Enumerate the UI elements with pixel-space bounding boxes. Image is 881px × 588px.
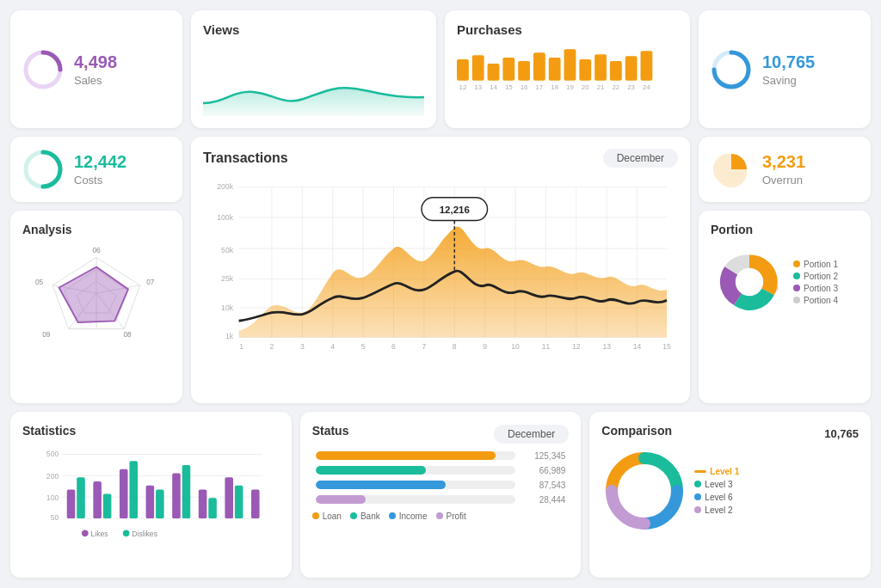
transactions-month[interactable]: December — [603, 149, 678, 168]
status-legend: Loan Bank Income Profit — [312, 511, 570, 521]
bar-track-2 — [316, 466, 516, 475]
income-dot — [389, 512, 396, 519]
purchases-title: Purchases — [457, 22, 678, 37]
profit-label: Profit — [447, 511, 466, 521]
comp-level2: Level 2 — [694, 505, 739, 515]
portion-2-dot — [793, 273, 800, 279]
statistics-chart: 500 200 100 50 — [22, 444, 280, 539]
svg-rect-9 — [579, 59, 591, 81]
loan-dot — [312, 512, 319, 519]
portion-3-label: Portion 3 — [804, 284, 838, 293]
level3-dot — [694, 481, 701, 487]
portion-3-dot — [793, 285, 800, 291]
svg-rect-7 — [549, 58, 561, 81]
svg-text:12: 12 — [572, 342, 581, 351]
comp-level3: Level 3 — [694, 480, 739, 489]
svg-text:4: 4 — [330, 342, 335, 351]
overrun-label: Overrun — [762, 174, 805, 187]
status-legend-profit: Profit — [436, 511, 466, 521]
svg-text:Likes: Likes — [91, 530, 108, 538]
bar-fill-1 — [316, 451, 496, 460]
status-bar-4: 28,444 — [316, 495, 566, 505]
svg-rect-107 — [208, 498, 217, 518]
status-legend-income: Income — [389, 511, 428, 521]
statistics-card: Statistics 500 200 100 50 — [10, 412, 292, 578]
svg-text:Dislikes: Dislikes — [132, 530, 157, 538]
svg-text:19: 19 — [566, 83, 574, 89]
purchases-chart: 12 13 14 15 16 17 18 19 20 21 22 23 24 — [457, 42, 678, 89]
bar-fill-2 — [316, 466, 426, 475]
overrun-card: 3,231 Overrun — [699, 137, 871, 202]
bottom-row: Statistics 500 200 100 50 — [10, 412, 871, 578]
status-bar-2: 66,989 — [316, 466, 566, 475]
analysis-card: Analysis 06 07 — [10, 211, 182, 402]
svg-rect-8 — [564, 49, 576, 81]
portion-1-dot — [793, 260, 800, 267]
svg-rect-108 — [225, 477, 233, 518]
svg-text:500: 500 — [46, 450, 59, 458]
bar-fill-3 — [316, 481, 446, 489]
comparison-header: Comparison 10,765 — [601, 424, 859, 444]
status-month[interactable]: December — [494, 425, 569, 444]
svg-text:25k: 25k — [221, 275, 234, 284]
overrun-icon — [711, 149, 752, 190]
saving-icon — [711, 49, 752, 90]
costs-label: Costs — [74, 174, 126, 187]
statistics-title: Statistics — [22, 424, 280, 438]
analysis-chart: 06 07 08 09 05 — [22, 242, 170, 345]
comparison-legend: Level 1 Level 3 Level 6 Level 2 — [694, 467, 739, 515]
svg-point-113 — [123, 530, 130, 536]
svg-text:200k: 200k — [217, 183, 233, 192]
profit-dot — [436, 512, 443, 519]
svg-text:14: 14 — [490, 83, 497, 89]
svg-text:21: 21 — [597, 83, 605, 89]
svg-text:16: 16 — [521, 83, 528, 89]
svg-text:18: 18 — [551, 83, 558, 89]
portion-title: Portion — [711, 223, 859, 236]
dashboard: 4,498 Sales Views Purchases — [10, 10, 871, 578]
svg-text:50: 50 — [51, 513, 59, 522]
portion-card: Portion — [699, 211, 871, 402]
bar-track-4 — [316, 495, 516, 504]
svg-text:17: 17 — [535, 83, 543, 89]
svg-rect-13 — [641, 51, 653, 81]
svg-text:200: 200 — [46, 472, 59, 481]
svg-text:22: 22 — [612, 83, 619, 89]
bar-track-3 — [316, 481, 516, 489]
svg-rect-12 — [625, 56, 638, 81]
svg-text:13: 13 — [474, 83, 482, 89]
bar-label-2: 66,989 — [521, 466, 565, 475]
svg-rect-103 — [156, 489, 164, 518]
svg-text:15: 15 — [662, 342, 671, 351]
income-label: Income — [399, 511, 428, 521]
sales-label: Sales — [74, 74, 117, 87]
svg-text:08: 08 — [123, 330, 132, 339]
costs-icon — [22, 149, 64, 190]
svg-text:20: 20 — [582, 83, 589, 89]
portion-chart — [711, 243, 788, 321]
svg-rect-6 — [533, 52, 545, 81]
svg-rect-3 — [488, 64, 500, 81]
views-chart — [203, 73, 424, 116]
svg-rect-4 — [502, 58, 514, 81]
sales-card: 4,498 Sales — [10, 10, 182, 128]
svg-text:8: 8 — [453, 342, 457, 351]
svg-point-111 — [82, 530, 89, 536]
comparison-card: Comparison 10,765 — [589, 412, 871, 578]
svg-text:12: 12 — [459, 83, 467, 89]
portion-legend-2: Portion 2 — [793, 272, 838, 281]
svg-rect-102 — [146, 485, 155, 518]
portion-legend: Portion 1 Portion 2 Portion 3 Porti — [793, 260, 838, 305]
svg-rect-11 — [610, 61, 622, 81]
transactions-chart: 200k 100k 50k 25k 10k 1k — [203, 175, 678, 364]
svg-text:1k: 1k — [225, 333, 234, 341]
bank-dot — [350, 512, 357, 519]
saving-value: 10,765 — [762, 52, 815, 72]
svg-text:10k: 10k — [221, 303, 234, 312]
svg-text:09: 09 — [42, 330, 51, 339]
svg-rect-98 — [93, 481, 102, 518]
bar-track-1 — [316, 451, 516, 460]
svg-text:11: 11 — [542, 342, 551, 351]
portion-1-label: Portion 1 — [804, 260, 838, 269]
bar-label-1: 125,345 — [521, 451, 565, 461]
